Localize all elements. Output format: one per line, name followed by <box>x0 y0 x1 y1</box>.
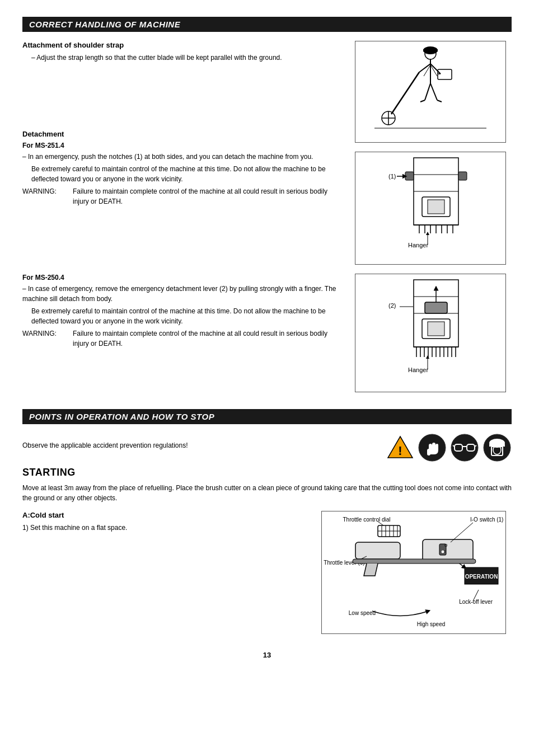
svg-rect-86 <box>355 542 400 559</box>
svg-text:Lock-off lever: Lock-off lever <box>459 599 493 605</box>
cold-start-heading: A:Cold start <box>22 511 310 519</box>
ms250-warning-label: WARNING: <box>22 328 67 349</box>
glove-icon <box>418 433 447 462</box>
ms250-line2: Be extremely careful to maintain control… <box>22 306 344 326</box>
svg-rect-23 <box>458 172 467 180</box>
ms250-warning-text: Failure to maintain complete control of … <box>73 328 344 349</box>
ms251-subheading: For MS-251.4 <box>22 142 344 149</box>
svg-line-12 <box>391 72 419 114</box>
glasses-icon <box>450 433 479 462</box>
page-number: 13 <box>22 651 512 659</box>
svg-text:Hanger: Hanger <box>408 242 428 248</box>
section2: POINTS IN OPERATION AND HOW TO STOP Obse… <box>22 409 512 634</box>
svg-rect-64 <box>427 449 430 456</box>
ms250-block: For MS-250.4 – In case of emergency, rem… <box>22 274 344 349</box>
svg-text:(1): (1) <box>388 173 396 180</box>
observe-text: Observe the applicable accident preventi… <box>22 442 386 449</box>
svg-rect-46 <box>428 322 444 336</box>
diagram-person <box>355 41 506 143</box>
section1-header: CORRECT HANDLING OF MACHINE <box>22 17 512 32</box>
starting-heading: STARTING <box>22 467 512 478</box>
attachment-body: – Adjust the strap length so that the cu… <box>22 53 344 63</box>
svg-rect-42 <box>425 302 447 313</box>
svg-text:OPERATION: OPERATION <box>465 574 498 580</box>
ms250-subheading: For MS-250.4 <box>22 274 344 281</box>
svg-text:Hanger: Hanger <box>408 367 428 373</box>
svg-rect-16 <box>438 69 452 79</box>
svg-text:O: O <box>444 543 448 547</box>
svg-text:High speed: High speed <box>417 621 446 627</box>
svg-point-65 <box>451 434 478 461</box>
attachment-block: Attachment of shoulder strap – Adjust th… <box>22 41 344 63</box>
ms251-warning-label: WARNING: <box>22 186 67 206</box>
svg-rect-2 <box>423 49 438 51</box>
svg-point-91 <box>441 550 444 553</box>
detachment-block: Detachment For MS-251.4 – In an emergenc… <box>22 130 344 206</box>
section2-header: POINTS IN OPERATION AND HOW TO STOP <box>22 409 512 424</box>
ms251-warning-text: Failure to maintain complete control of … <box>73 186 344 206</box>
diagram-hanger2: (2) <box>355 274 506 392</box>
svg-text:Low speed: Low speed <box>349 610 376 616</box>
svg-rect-22 <box>405 172 414 180</box>
face-shield-icon <box>483 433 512 462</box>
cold-start-step1: 1) Set this machine on a flat space. <box>22 523 310 533</box>
ms250-warning: WARNING: Failure to maintain complete co… <box>22 328 344 349</box>
svg-text:Throttle control dial: Throttle control dial <box>343 516 390 523</box>
ms251-bullet1: – In an emergency, push the notches (1) … <box>22 152 344 162</box>
detachment-heading: Detachment <box>22 130 344 138</box>
diagram-controls: Throttle control dial I-O switch (1) <box>321 511 506 634</box>
ms251-line2: Be extremely careful to maintain control… <box>22 164 344 184</box>
svg-line-5 <box>430 64 441 74</box>
section1: CORRECT HANDLING OF MACHINE Attachment o… <box>22 17 512 392</box>
svg-text:(2): (2) <box>388 302 396 309</box>
attachment-heading: Attachment of shoulder strap <box>22 41 344 49</box>
safety-icons: ! <box>386 433 512 462</box>
svg-rect-98 <box>353 559 476 564</box>
svg-line-7 <box>430 83 437 100</box>
svg-rect-87 <box>423 539 473 562</box>
svg-text:!: ! <box>398 444 402 458</box>
ms251-block: For MS-251.4 – In an emergency, push the… <box>22 142 344 206</box>
svg-line-8 <box>420 100 425 102</box>
diagram-hanger1: (1) Hanger <box>355 152 506 265</box>
svg-text:I-O switch (1): I-O switch (1) <box>470 516 503 523</box>
svg-rect-27 <box>428 200 444 214</box>
ms250-bullet1: – In case of emergency, remove the emerg… <box>22 284 344 304</box>
svg-line-6 <box>425 83 430 100</box>
svg-line-9 <box>437 100 442 102</box>
ms251-warning: WARNING: Failure to maintain complete co… <box>22 186 344 206</box>
starting-body: Move at least 3m away from the place of … <box>22 483 512 503</box>
warning-icon: ! <box>386 434 414 462</box>
